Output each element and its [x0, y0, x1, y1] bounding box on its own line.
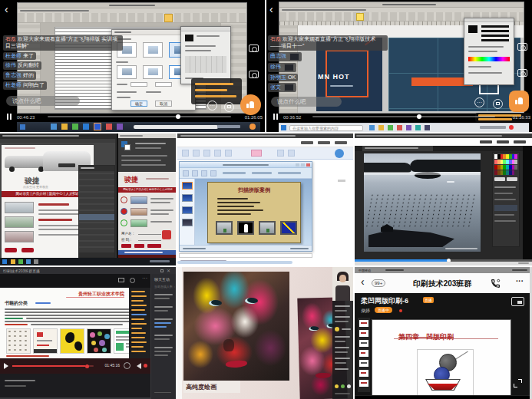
layer-row-selected[interactable]	[79, 214, 114, 220]
taskbar-icon[interactable]	[83, 124, 89, 130]
back-icon[interactable]: ‹	[269, 3, 273, 15]
screenshot-icon[interactable]	[493, 99, 503, 109]
slide-thumbnail[interactable]	[182, 206, 193, 214]
seek-handle[interactable]	[176, 114, 180, 119]
ribbon-icon[interactable]	[201, 170, 207, 176]
more-icon[interactable]: ···	[474, 97, 484, 107]
close-icon[interactable]: ✕	[167, 269, 171, 273]
ribbon-icon[interactable]	[277, 150, 284, 157]
channel-slider[interactable]	[481, 30, 509, 32]
playback-speed-icon[interactable]	[124, 362, 131, 369]
car-thumb[interactable]	[5, 216, 34, 228]
presenter-webcam[interactable]	[332, 267, 353, 301]
rainbow-spectrum-bar[interactable]	[468, 57, 510, 61]
live-class-card[interactable]: 柔凹网版印刷-6 直播 柴婷 直播中 第四章—凹版印刷	[355, 293, 530, 395]
dialog-input[interactable]	[131, 82, 147, 87]
ribbon-icon[interactable]	[183, 170, 189, 176]
settings-icon[interactable]	[130, 278, 135, 283]
taskbar-icon[interactable]	[51, 124, 57, 130]
taskbar-start-icon[interactable]	[2, 259, 7, 264]
dialog-cancel-button[interactable]: 取消	[155, 101, 172, 107]
camera-flip-icon[interactable]	[517, 69, 527, 77]
dialog-ok-button[interactable]: 确定	[131, 101, 147, 107]
slide-thumbnail-active[interactable]	[182, 182, 193, 190]
tray-notification-icon[interactable]	[249, 124, 256, 130]
fullscreen-icon[interactable]	[514, 384, 517, 387]
fullscreen-icon[interactable]	[518, 379, 522, 383]
login-button[interactable]	[121, 244, 131, 248]
slide-thumbnail[interactable]	[359, 380, 368, 387]
taskbar-icon[interactable]	[425, 125, 430, 130]
taskbar-icon[interactable]	[397, 125, 402, 130]
forgot-button[interactable]	[147, 244, 161, 248]
maximize-icon[interactable]	[301, 163, 305, 167]
slide-thumbnail[interactable]	[182, 194, 193, 202]
active-tool-highlight[interactable]	[356, 13, 364, 21]
current-color-swatch[interactable]	[468, 25, 477, 33]
swatch-row[interactable]	[494, 160, 517, 164]
maximize-icon[interactable]	[160, 269, 164, 272]
camera-icon[interactable]	[517, 43, 527, 51]
pause-icon[interactable]	[273, 114, 279, 120]
chat-link-text[interactable]	[154, 322, 171, 324]
register-button[interactable]	[134, 244, 144, 248]
close-icon[interactable]	[306, 163, 310, 167]
ribbon-icon[interactable]	[225, 150, 232, 157]
ribbon-highlight-icon[interactable]	[251, 150, 262, 157]
option-tile[interactable]	[143, 42, 163, 58]
header-button[interactable]	[301, 141, 313, 144]
play-icon[interactable]	[4, 363, 8, 369]
ribbon-icon[interactable]	[214, 150, 221, 157]
cast-screen-icon[interactable]	[511, 297, 524, 306]
like-button[interactable]	[509, 91, 529, 112]
chat-image-thumbnail[interactable]	[284, 64, 294, 71]
notes-input[interactable]	[179, 253, 312, 258]
taskbar-icon[interactable]	[388, 125, 393, 130]
more-icon[interactable]: ···	[207, 101, 217, 110]
header-button[interactable]	[497, 140, 509, 143]
help-icon[interactable]	[335, 149, 344, 158]
car-thumb[interactable]	[5, 231, 34, 242]
option-tile[interactable]	[143, 65, 163, 79]
ribbon-icon[interactable]	[182, 150, 189, 157]
chat-input[interactable]: 说点什么吧	[271, 97, 342, 107]
taskbar-icon[interactable]	[378, 125, 384, 130]
taskbar-search-input[interactable]: 在这里输入你要搜索的内容	[289, 125, 363, 131]
panel-button[interactable]	[494, 177, 505, 181]
back-icon[interactable]: ‹	[5, 3, 8, 15]
slide-thumbnail[interactable]	[359, 320, 368, 327]
taskbar-icon[interactable]	[18, 259, 23, 264]
site-navbar[interactable]: 网站首页 | 产品介绍 | 新闻中心 | 人才招聘	[118, 187, 176, 193]
ribbon-icon[interactable]	[203, 150, 210, 157]
site-button[interactable]	[5, 248, 17, 252]
screenshot-icon[interactable]	[224, 102, 234, 112]
background-color-swatch[interactable]	[124, 144, 131, 150]
chat-link-text[interactable]	[154, 326, 167, 328]
header-button[interactable]	[480, 140, 492, 143]
minimize-icon[interactable]	[296, 163, 299, 167]
taskbar-icon[interactable]	[61, 124, 68, 130]
layers-list[interactable]	[79, 171, 114, 252]
taskbar-icon[interactable]	[26, 259, 31, 264]
chat-image-thumbnail[interactable]	[284, 84, 294, 91]
ribbon-icon[interactable]	[288, 150, 295, 157]
document-tab[interactable]	[362, 146, 433, 151]
taskbar-icon[interactable]	[369, 125, 375, 130]
swatch-row[interactable]	[494, 165, 517, 170]
layer-row-selected[interactable]	[494, 205, 517, 211]
taskbar-icon-active[interactable]	[94, 123, 101, 130]
taskbar-icon[interactable]	[117, 124, 123, 130]
password-field[interactable]	[138, 238, 161, 241]
site-button[interactable]	[21, 248, 34, 252]
slide-thumbnail[interactable]	[182, 219, 193, 226]
taskbar-icon[interactable]	[415, 125, 421, 130]
black-swatch[interactable]	[185, 35, 193, 41]
panel-button[interactable]	[507, 177, 517, 181]
car-thumb[interactable]	[5, 202, 34, 213]
taskbar-icon[interactable]	[106, 124, 112, 130]
slide-thumbnail[interactable]	[359, 350, 368, 357]
slide-thumbnail[interactable]	[359, 340, 368, 347]
seek-bar[interactable]	[48, 116, 231, 117]
chat-input[interactable]: 说点什么吧	[6, 96, 80, 106]
camera-icon[interactable]	[249, 45, 259, 52]
